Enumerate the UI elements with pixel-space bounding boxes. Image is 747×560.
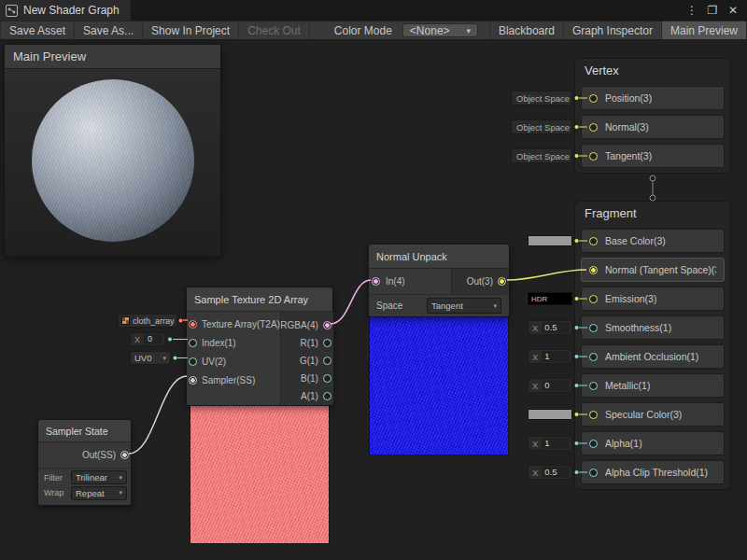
graph-inspector-button[interactable]: Graph Inspector bbox=[564, 21, 662, 39]
normal-unpack-space-row: Space Tangent ▾ bbox=[369, 294, 509, 316]
tangent-port[interactable] bbox=[589, 152, 598, 161]
fragment-block-alpha[interactable]: Alpha(1) bbox=[581, 431, 725, 455]
emission-port[interactable] bbox=[589, 295, 598, 303]
normal-tangent-port[interactable] bbox=[589, 266, 598, 274]
fragment-block-normal[interactable]: Normal (Tangent Space)(3) bbox=[581, 258, 725, 282]
sampler-port[interactable] bbox=[189, 376, 197, 385]
normal-unpack-title[interactable]: Normal Unpack bbox=[369, 245, 509, 269]
metallic-port[interactable] bbox=[589, 382, 598, 390]
alpha-clip-value[interactable]: 0.5 bbox=[542, 467, 570, 478]
save-asset-button[interactable]: Save Asset bbox=[0, 21, 75, 39]
show-in-project-button[interactable]: Show In Project bbox=[143, 21, 239, 39]
texture-array-port[interactable] bbox=[189, 320, 197, 329]
g-port[interactable] bbox=[323, 357, 331, 365]
input-row-uv[interactable]: UV(2) bbox=[189, 352, 280, 371]
normal-unpack-in-row[interactable]: In(4) bbox=[369, 269, 451, 294]
fragment-block-specular-color[interactable]: Specular Color(3) bbox=[581, 402, 725, 427]
close-icon[interactable]: ✕ bbox=[725, 4, 741, 17]
color-mode-dropdown[interactable]: <None> ▾ bbox=[402, 23, 478, 37]
output-row-r[interactable]: R(1) bbox=[281, 334, 331, 352]
normal-unpack-out-row[interactable]: Out(3) bbox=[451, 269, 509, 294]
toolbar-right-group: Blackboard Graph Inspector Main Preview bbox=[489, 21, 747, 39]
filter-dropdown[interactable]: Trilinear ▾ bbox=[71, 470, 127, 484]
smoothness-field[interactable]: X 0.5 bbox=[528, 320, 572, 335]
r-port[interactable] bbox=[323, 339, 331, 347]
vertex-stack-node[interactable]: Vertex Position(3) Normal(3) Tangent(3) bbox=[574, 58, 731, 174]
specular-color-port[interactable] bbox=[589, 411, 598, 419]
save-as-button[interactable]: Save As... bbox=[75, 21, 143, 39]
out-ss-port-label: Out(SS) bbox=[82, 450, 116, 460]
output-row-a[interactable]: A(1) bbox=[281, 387, 331, 405]
position-port[interactable] bbox=[589, 94, 598, 103]
tangent-space-chip[interactable]: Object Space bbox=[511, 148, 572, 163]
sampler-port-label: Sampler(SS) bbox=[202, 375, 255, 385]
base-color-swatch[interactable] bbox=[528, 235, 572, 246]
blackboard-button[interactable]: Blackboard bbox=[489, 21, 564, 39]
b-port[interactable] bbox=[323, 374, 331, 383]
smoothness-value[interactable]: 0.5 bbox=[542, 322, 570, 333]
emission-hdr-field[interactable]: HDR bbox=[528, 292, 572, 305]
fragment-block-emission[interactable]: Emission(3) bbox=[581, 287, 725, 311]
main-preview-header[interactable]: Main Preview bbox=[5, 45, 220, 69]
rgba-port[interactable] bbox=[323, 321, 331, 329]
position-space-chip[interactable]: Object Space bbox=[511, 91, 572, 105]
vertex-block-position[interactable]: Position(3) bbox=[581, 86, 725, 110]
input-row-index[interactable]: Index(1) bbox=[189, 333, 280, 352]
normal-space-chip[interactable]: Object Space bbox=[511, 119, 572, 134]
input-row-sampler[interactable]: Sampler(SS) bbox=[189, 371, 280, 389]
uv-port[interactable] bbox=[189, 357, 197, 366]
main-preview-button[interactable]: Main Preview bbox=[662, 21, 747, 39]
input-row-texture-array[interactable]: Texture Array(T2A) bbox=[189, 315, 280, 333]
sample-node-title[interactable]: Sample Texture 2D Array bbox=[187, 287, 332, 312]
fragment-stack-node[interactable]: Fragment Base Color(3) Normal (Tangent S… bbox=[574, 201, 731, 490]
normal-unpack-node[interactable]: Normal Unpack In(4) Out(3) Space Tangent… bbox=[368, 244, 510, 317]
index-field[interactable]: X 0 bbox=[130, 332, 165, 346]
in-port[interactable] bbox=[372, 277, 380, 286]
uv-channel-dropdown[interactable]: UV0 ▾ bbox=[130, 351, 171, 365]
space-dropdown[interactable]: Tangent ▾ bbox=[427, 298, 501, 314]
ambient-occlusion-value[interactable]: 1 bbox=[542, 351, 570, 362]
output-row-rgba[interactable]: RGBA(4) bbox=[281, 316, 331, 334]
fragment-block-metallic[interactable]: Metallic(1) bbox=[581, 373, 725, 398]
metallic-value[interactable]: 0 bbox=[542, 380, 570, 391]
wrap-dropdown[interactable]: Repeat ▾ bbox=[71, 486, 127, 500]
fragment-block-smoothness[interactable]: Smoothness(1) bbox=[581, 315, 725, 340]
sampler-state-title[interactable]: Sampler State bbox=[38, 420, 131, 442]
maximize-icon[interactable]: ❐ bbox=[704, 4, 721, 17]
vertex-block-tangent[interactable]: Tangent(3) bbox=[581, 144, 725, 168]
vertex-block-normal[interactable]: Normal(3) bbox=[581, 115, 725, 139]
a-port[interactable] bbox=[323, 392, 331, 400]
alpha-port[interactable] bbox=[589, 440, 598, 448]
sample-texture-2d-array-node[interactable]: Sample Texture 2D Array Texture Array(T2… bbox=[186, 287, 333, 406]
sampler-state-node[interactable]: Sampler State Out(SS) Filter Trilinear ▾… bbox=[37, 419, 132, 506]
fragment-block-ambient-occlusion[interactable]: Ambient Occlusion(1) bbox=[581, 344, 725, 369]
normal-port[interactable] bbox=[589, 123, 598, 132]
window-tab[interactable]: New Shader Graph bbox=[0, 0, 132, 21]
base-color-port[interactable] bbox=[589, 237, 598, 245]
out-port[interactable] bbox=[498, 277, 506, 286]
main-preview-panel[interactable]: Main Preview bbox=[4, 44, 221, 257]
filter-label: Filter bbox=[44, 473, 63, 483]
alpha-clip-field[interactable]: X 0.5 bbox=[528, 465, 572, 480]
space-label: Space bbox=[376, 301, 402, 311]
out-ss-port[interactable] bbox=[120, 451, 129, 459]
output-row-g[interactable]: G(1) bbox=[281, 352, 331, 370]
specular-color-swatch[interactable] bbox=[528, 409, 572, 420]
fragment-block-alpha-clip[interactable]: Alpha Clip Threshold(1) bbox=[581, 460, 725, 484]
sampler-state-out-row[interactable]: Out(SS) bbox=[38, 442, 131, 467]
ambient-occlusion-field[interactable]: X 1 bbox=[528, 349, 572, 364]
cloth-array-object-field[interactable]: cloth_array bbox=[118, 314, 177, 328]
metallic-field[interactable]: X 0 bbox=[528, 378, 572, 393]
index-port[interactable] bbox=[189, 339, 197, 347]
smoothness-port[interactable] bbox=[589, 324, 598, 332]
alpha-clip-port[interactable] bbox=[589, 469, 598, 477]
index-value[interactable]: 0 bbox=[144, 334, 162, 344]
texture-array-port-label: Texture Array(T2A) bbox=[202, 319, 280, 329]
ambient-occlusion-port[interactable] bbox=[589, 353, 598, 361]
alpha-value[interactable]: 1 bbox=[542, 438, 570, 449]
fragment-block-base-color[interactable]: Base Color(3) bbox=[581, 229, 725, 253]
output-row-b[interactable]: B(1) bbox=[281, 370, 331, 387]
alpha-field[interactable]: X 1 bbox=[528, 436, 572, 451]
menu-icon[interactable]: ⋮ bbox=[684, 4, 700, 17]
chevron-down-icon: ▾ bbox=[162, 355, 166, 362]
